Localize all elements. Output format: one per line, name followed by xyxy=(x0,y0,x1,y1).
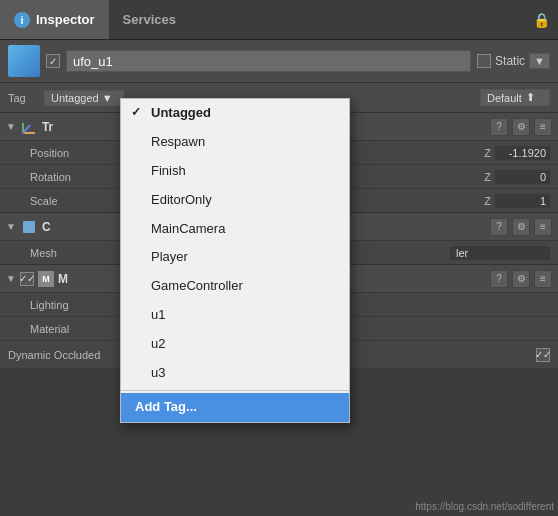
static-wrap: Static ▼ xyxy=(477,53,550,69)
object-cube-icon xyxy=(8,45,40,77)
dropdown-item-add-tag[interactable]: Add Tag... xyxy=(121,393,349,422)
mesh-value[interactable]: ler xyxy=(450,246,550,260)
dropdown-item-finish[interactable]: Finish xyxy=(121,157,349,186)
meshfilter-menu-btn[interactable]: ≡ xyxy=(534,218,552,236)
scale-values: Z 1 xyxy=(484,194,550,208)
meshfilter-settings-btn[interactable]: ⚙ xyxy=(512,218,530,236)
dropdown-item-untagged[interactable]: Untagged xyxy=(121,99,349,128)
tag-label: Tag xyxy=(8,92,38,104)
material-menu-btn[interactable]: ≡ xyxy=(534,270,552,288)
transform-help-btn[interactable]: ? xyxy=(490,118,508,136)
tab-services[interactable]: Services xyxy=(109,0,191,39)
dropdown-item-player[interactable]: Player xyxy=(121,243,349,272)
static-dropdown-arrow[interactable]: ▼ xyxy=(529,53,550,69)
dynamic-occluded-checkbox[interactable]: ✓ xyxy=(536,348,550,362)
material-controls: ? ⚙ ≡ xyxy=(490,270,552,288)
meshfilter-collapse-arrow[interactable]: ▼ xyxy=(6,221,16,232)
dropdown-item-u3[interactable]: u3 xyxy=(121,359,349,388)
rotation-values: Z 0 xyxy=(484,170,550,184)
tag-dropdown-menu: Untagged Respawn Finish EditorOnly MainC… xyxy=(120,98,350,423)
position-values: Z -1.1920 xyxy=(484,146,550,160)
active-checkbox[interactable] xyxy=(46,54,60,68)
tab-inspector[interactable]: i Inspector xyxy=(0,0,109,39)
scale-z-axis: Z xyxy=(484,195,491,207)
dropdown-item-maincamera[interactable]: MainCamera xyxy=(121,215,349,244)
static-checkbox[interactable] xyxy=(477,54,491,68)
transform-settings-btn[interactable]: ⚙ xyxy=(512,118,530,136)
dropdown-item-u2[interactable]: u2 xyxy=(121,330,349,359)
svg-rect-3 xyxy=(23,221,35,233)
object-header: Static ▼ xyxy=(0,40,558,82)
material-active-checkbox[interactable]: ✓ xyxy=(20,272,34,286)
material-collapse-arrow[interactable]: ▼ xyxy=(6,273,16,284)
lock-icon[interactable]: 🔒 xyxy=(533,0,558,39)
static-label: Static xyxy=(495,54,525,68)
position-z-value[interactable]: -1.1920 xyxy=(495,146,550,160)
svg-line-2 xyxy=(23,125,30,133)
tag-dropdown[interactable]: Untagged ▼ xyxy=(44,90,124,106)
object-name-input[interactable] xyxy=(66,50,471,72)
material-help-btn[interactable]: ? xyxy=(490,270,508,288)
dropdown-item-gamecontroller[interactable]: GameController xyxy=(121,272,349,301)
inspector-tab-label: Inspector xyxy=(36,12,95,27)
transform-icon xyxy=(20,118,38,136)
position-label: Position xyxy=(30,147,95,159)
dropdown-item-u1[interactable]: u1 xyxy=(121,301,349,330)
watermark: https://blog.csdn.net/sodifferent xyxy=(415,501,554,512)
material-settings-btn[interactable]: ⚙ xyxy=(512,270,530,288)
rotation-z-value[interactable]: 0 xyxy=(495,170,550,184)
services-tab-label: Services xyxy=(123,12,177,27)
rotation-label: Rotation xyxy=(30,171,95,183)
inspector-icon: i xyxy=(14,12,30,28)
dropdown-item-editoronly[interactable]: EditorOnly xyxy=(121,186,349,215)
transform-collapse-arrow[interactable]: ▼ xyxy=(6,121,16,132)
lighting-label: Lighting xyxy=(30,299,95,311)
dropdown-divider xyxy=(121,390,349,391)
active-checkbox-wrap xyxy=(46,54,60,68)
layer-dropdown[interactable]: Default ⬆ xyxy=(480,89,550,106)
tab-bar: i Inspector Services 🔒 xyxy=(0,0,558,40)
material-icon: M xyxy=(38,271,54,287)
position-z-axis: Z xyxy=(484,147,491,159)
material-label: Material xyxy=(30,323,95,335)
dropdown-item-respawn[interactable]: Respawn xyxy=(121,128,349,157)
mesh-label: Mesh xyxy=(30,247,95,259)
scale-z-value[interactable]: 1 xyxy=(495,194,550,208)
transform-menu-btn[interactable]: ≡ xyxy=(534,118,552,136)
transform-controls: ? ⚙ ≡ xyxy=(490,118,552,136)
meshfilter-icon xyxy=(20,218,38,236)
scale-label: Scale xyxy=(30,195,95,207)
meshfilter-controls: ? ⚙ ≡ xyxy=(490,218,552,236)
dynamic-occluded-label: Dynamic Occluded xyxy=(8,349,100,361)
rotation-z-axis: Z xyxy=(484,171,491,183)
meshfilter-help-btn[interactable]: ? xyxy=(490,218,508,236)
